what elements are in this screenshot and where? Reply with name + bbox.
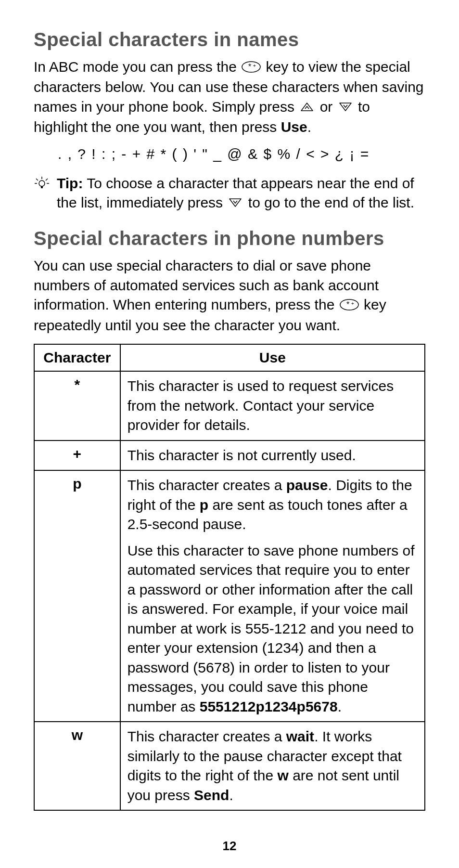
bold: 5551212p1234p5678 bbox=[200, 699, 338, 714]
table-row: w This character creates a wait. It work… bbox=[34, 722, 425, 810]
tip-text: Tip: To choose a character that appears … bbox=[57, 174, 425, 214]
heading-special-chars-names: Special characters in names bbox=[34, 29, 425, 51]
use-cell: This character is used to request servic… bbox=[120, 371, 425, 440]
text: . bbox=[229, 787, 233, 803]
char-cell: + bbox=[34, 440, 120, 471]
up-key-icon bbox=[299, 98, 315, 118]
text: This character is not currently used. bbox=[128, 446, 418, 466]
table-row: p This character creates a pause. Digits… bbox=[34, 470, 425, 722]
text: Use this character to save phone numbers… bbox=[128, 541, 418, 717]
text: to go to the end of the list. bbox=[248, 194, 414, 210]
tip-label: Tip: bbox=[57, 175, 83, 191]
text: . bbox=[307, 119, 311, 135]
svg-text:+: + bbox=[253, 63, 256, 68]
bold: pause bbox=[286, 477, 328, 493]
text: You can use special characters to dial o… bbox=[34, 258, 379, 312]
char-cell: p bbox=[34, 470, 120, 722]
text: This character is used to request servic… bbox=[128, 376, 418, 435]
text: or bbox=[320, 99, 337, 115]
down-key-icon bbox=[338, 98, 353, 118]
svg-line-6 bbox=[46, 179, 48, 181]
star-key-icon: * + bbox=[340, 296, 359, 316]
text: This character creates a wait. It works … bbox=[128, 727, 418, 805]
down-key-icon bbox=[228, 194, 243, 214]
use-cell: This character creates a wait. It works … bbox=[120, 722, 425, 810]
text: Use this character to save phone numbers… bbox=[128, 543, 415, 714]
use-cell: This character is not currently used. bbox=[120, 440, 425, 471]
bold: Send bbox=[194, 787, 229, 803]
char-cell: w bbox=[34, 722, 120, 810]
th-character: Character bbox=[34, 344, 120, 371]
heading-special-chars-numbers: Special characters in phone numbers bbox=[34, 228, 425, 249]
para-special-chars-numbers: You can use special characters to dial o… bbox=[34, 256, 425, 335]
bold-use: Use bbox=[281, 119, 307, 135]
svg-text:+: + bbox=[351, 301, 354, 306]
special-characters-list: . , ? ! : ; - + # * ( ) ' " _ @ & $ % / … bbox=[58, 146, 425, 162]
bold: p bbox=[200, 497, 208, 513]
svg-point-3 bbox=[39, 181, 45, 186]
characters-table: Character Use * This character is used t… bbox=[34, 344, 425, 811]
th-use: Use bbox=[120, 344, 425, 371]
star-key-icon: * + bbox=[242, 58, 261, 78]
table-row: + This character is not currently used. bbox=[34, 440, 425, 471]
page: Special characters in names In ABC mode … bbox=[0, 0, 459, 868]
text: . bbox=[338, 699, 342, 714]
text: This character creates a bbox=[128, 728, 286, 744]
text: This character creates a bbox=[128, 477, 286, 493]
table-row: * This character is used to request serv… bbox=[34, 371, 425, 440]
page-number: 12 bbox=[0, 839, 459, 854]
text: This character creates a pause. Digits t… bbox=[128, 476, 418, 534]
text: In ABC mode you can press the bbox=[34, 59, 241, 75]
svg-text:*: * bbox=[248, 63, 251, 71]
bold: wait bbox=[286, 728, 314, 744]
use-cell: This character creates a pause. Digits t… bbox=[120, 470, 425, 722]
svg-line-5 bbox=[36, 179, 38, 181]
para-special-chars-names: In ABC mode you can press the * + key to… bbox=[34, 57, 425, 137]
bold: w bbox=[277, 767, 288, 783]
svg-text:*: * bbox=[346, 300, 349, 309]
lightbulb-icon bbox=[34, 176, 50, 194]
tip-block: Tip: To choose a character that appears … bbox=[34, 174, 425, 214]
char-cell: * bbox=[34, 371, 120, 440]
